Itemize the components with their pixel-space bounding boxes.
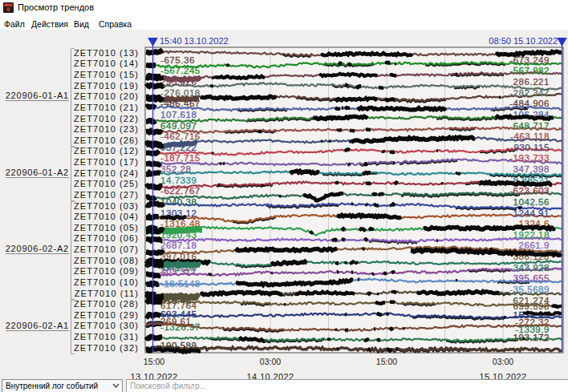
svg-text:-623.603: -623.603 bbox=[509, 186, 550, 196]
svg-text:2661.9: 2661.9 bbox=[519, 240, 550, 250]
svg-text:930.115: 930.115 bbox=[513, 143, 550, 152]
svg-text:286.221: 286.221 bbox=[513, 77, 550, 87]
svg-text:-462.716: -462.716 bbox=[160, 131, 201, 141]
svg-text:14.7339: 14.7339 bbox=[160, 176, 197, 185]
svg-text:-567.245: -567.245 bbox=[160, 66, 201, 75]
svg-text:-193.733: -193.733 bbox=[509, 153, 550, 163]
svg-text:2687.18: 2687.18 bbox=[160, 240, 197, 250]
svg-text:648.717: 648.717 bbox=[513, 121, 550, 131]
svg-text:395.655: 395.655 bbox=[513, 273, 550, 283]
svg-text:-35.5689: -35.5689 bbox=[509, 285, 550, 294]
svg-text:649.097: 649.097 bbox=[160, 121, 197, 131]
svg-text:1244.91: 1244.91 bbox=[513, 208, 550, 218]
svg-text:-343.928: -343.928 bbox=[509, 263, 550, 273]
svg-text:-622.767: -622.767 bbox=[160, 186, 201, 196]
svg-text:1042.56: 1042.56 bbox=[513, 197, 550, 207]
svg-text:-282.347: -282.347 bbox=[509, 88, 550, 98]
svg-text:1040.38: 1040.38 bbox=[160, 197, 197, 207]
svg-text:-567.982: -567.982 bbox=[509, 66, 550, 75]
svg-text:347.398: 347.398 bbox=[513, 164, 550, 174]
svg-text:-463.118: -463.118 bbox=[510, 131, 550, 141]
svg-text:193.172: 193.172 bbox=[513, 333, 550, 342]
svg-text:352.28: 352.28 bbox=[160, 164, 191, 174]
svg-text:-276.018: -276.018 bbox=[160, 88, 201, 98]
svg-text:-484.906: -484.906 bbox=[509, 99, 550, 108]
svg-text:-187.715: -187.715 bbox=[160, 153, 201, 163]
svg-text:107.618: 107.618 bbox=[160, 110, 197, 119]
svg-text:-675.36: -675.36 bbox=[160, 55, 195, 65]
svg-text:-18.5148: -18.5148 bbox=[160, 279, 201, 289]
svg-text:1922.18: 1922.18 bbox=[513, 230, 550, 240]
